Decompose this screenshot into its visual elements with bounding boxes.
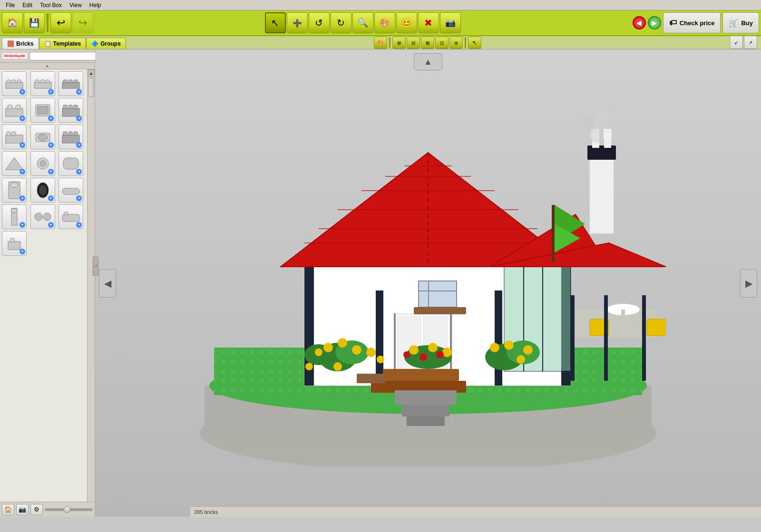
tool2-snap4[interactable]: ⊡: [435, 37, 449, 49]
brick-item[interactable]: +: [59, 151, 83, 176]
select-button[interactable]: ↖: [265, 12, 286, 33]
menu-view[interactable]: View: [66, 1, 86, 10]
brick-item[interactable]: +: [59, 71, 83, 96]
groups-label: Groups: [100, 40, 121, 47]
menu-file[interactable]: File: [2, 1, 19, 10]
svg-marker-30: [6, 157, 23, 170]
collapse-handle[interactable]: ◁: [93, 257, 98, 276]
menu-edit[interactable]: Edit: [19, 1, 36, 10]
back-button[interactable]: ◀: [633, 16, 646, 29]
logo: DESIGNbyME: [2, 53, 28, 59]
corner-buttons: ↙ ↗: [730, 36, 759, 49]
svg-rect-124: [402, 405, 449, 416]
check-price-button[interactable]: 🏷 Check price: [663, 12, 721, 33]
rotate-right-button[interactable]: ↻: [331, 12, 351, 33]
corner-btn-2[interactable]: ↗: [744, 36, 757, 49]
menubar: File Edit Tool Box View Help: [0, 0, 761, 10]
minifig-button[interactable]: 😊: [396, 12, 417, 33]
corner-btn-1[interactable]: ↙: [730, 36, 743, 49]
svg-rect-73: [590, 148, 614, 233]
toolbar-sep-1: [47, 13, 49, 32]
menu-toolbox[interactable]: Tool Box: [36, 1, 66, 10]
scrollbar-thumb[interactable]: [88, 78, 94, 97]
file-tools: 🏠 💾: [2, 12, 45, 33]
bricks-icon: 🧱: [7, 40, 14, 47]
brick-add-icon: +: [20, 142, 25, 148]
main-content: DESIGNbyME ▲ + + +: [0, 49, 761, 517]
tool2-snap5[interactable]: ⊛: [449, 37, 463, 49]
logo-text: DESIGNbyME: [4, 54, 26, 58]
tool2-swatch[interactable]: 🎨: [374, 37, 387, 49]
brick-item[interactable]: +: [2, 151, 27, 176]
forward-button[interactable]: ▶: [648, 16, 661, 29]
history-tools: ↩ ↪: [50, 12, 93, 33]
brick-item[interactable]: +: [30, 71, 55, 96]
brick-item[interactable]: +: [59, 125, 83, 149]
toolbar2: 🎨 ⊞ ⊟ ⊠ ⊡ ⊛ ↖: [126, 37, 730, 49]
tool2-snap2[interactable]: ⊟: [407, 37, 420, 49]
viewport[interactable]: ▲ ◀ ▶: [95, 49, 761, 517]
buy-button[interactable]: 🛒 Buy: [722, 12, 759, 33]
brick-item[interactable]: +: [30, 178, 55, 203]
panel-home-btn[interactable]: 🏠: [2, 504, 14, 515]
brick-item[interactable]: +: [2, 125, 27, 149]
rotate-left-button[interactable]: ↺: [309, 12, 330, 33]
brick-item[interactable]: +: [2, 231, 27, 256]
brick-item[interactable]: +: [2, 98, 27, 123]
brick-item[interactable]: +: [2, 178, 27, 203]
svg-rect-62: [542, 267, 543, 371]
tab-groups[interactable]: 🔷 Groups: [86, 38, 126, 49]
svg-point-118: [504, 340, 514, 350]
panel-scroll-up[interactable]: ▲: [0, 63, 95, 69]
save-button[interactable]: 💾: [24, 12, 45, 33]
paint-button[interactable]: 🎨: [374, 12, 395, 33]
svg-point-100: [323, 343, 333, 352]
menu-help[interactable]: Help: [86, 1, 105, 10]
undo-button[interactable]: ↩: [50, 12, 71, 33]
search-input[interactable]: [29, 52, 100, 60]
svg-rect-28: [68, 132, 72, 135]
brick-item[interactable]: +: [30, 125, 55, 149]
svg-point-111: [442, 348, 452, 357]
nav-right-button[interactable]: ▶: [740, 269, 757, 298]
tab-bricks[interactable]: 🧱 Bricks: [2, 38, 39, 49]
panel-settings-btn[interactable]: ⚙: [30, 504, 43, 515]
svg-rect-131: [604, 295, 608, 381]
tool2-snap3[interactable]: ⊠: [421, 37, 434, 49]
svg-point-120: [517, 355, 525, 364]
add-button[interactable]: ➕: [287, 12, 308, 33]
zoom-button[interactable]: 🔍: [352, 12, 373, 33]
delete-button[interactable]: ✖: [418, 12, 439, 33]
zoom-slider-thumb[interactable]: [64, 506, 70, 513]
redo-button[interactable]: ↪: [72, 12, 93, 33]
brick-item[interactable]: +: [59, 204, 83, 229]
brick-item[interactable]: +: [30, 204, 55, 229]
brick-item[interactable]: +: [2, 204, 27, 229]
brick-item[interactable]: +: [2, 71, 27, 96]
nav-left-button[interactable]: ◀: [99, 269, 116, 298]
brick-item[interactable]: +: [59, 178, 83, 203]
nav-up-button[interactable]: ▲: [414, 53, 442, 70]
panel-camera-btn[interactable]: 📷: [16, 504, 29, 515]
svg-point-102: [352, 345, 361, 355]
svg-point-103: [315, 348, 322, 356]
brick-item[interactable]: +: [59, 98, 83, 123]
bricks-label: Bricks: [16, 40, 34, 47]
tab-templates[interactable]: 📋 Templates: [39, 38, 86, 49]
svg-rect-74: [587, 145, 616, 160]
zoom-slider-track[interactable]: [45, 508, 93, 511]
scrollbar-up[interactable]: ▲: [88, 69, 95, 77]
svg-rect-13: [8, 105, 12, 109]
brick-add-icon: +: [76, 222, 82, 228]
brick-item[interactable]: +: [30, 98, 55, 123]
svg-rect-2: [12, 80, 16, 83]
svg-point-112: [420, 353, 427, 361]
tool2-cursor[interactable]: ↖: [468, 37, 481, 49]
home-button[interactable]: 🏠: [2, 12, 23, 33]
tool2-sep2: [465, 37, 466, 48]
brick-item[interactable]: +: [30, 151, 55, 176]
photo-button[interactable]: 📷: [440, 12, 461, 33]
tool2-snap1[interactable]: ⊞: [392, 37, 406, 49]
templates-label: Templates: [53, 40, 81, 47]
brick-add-icon: +: [20, 249, 25, 254]
